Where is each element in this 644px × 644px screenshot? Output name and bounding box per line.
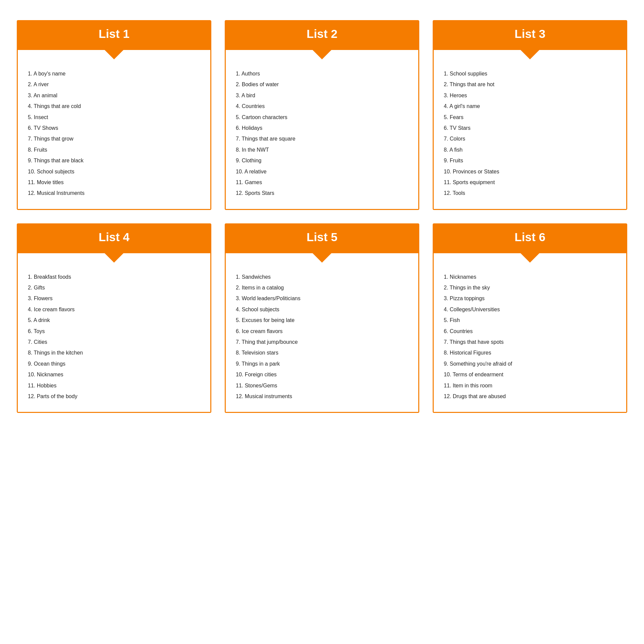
list-item: 8. In the NWT xyxy=(236,145,408,155)
list-item: 3. World leaders/Politicians xyxy=(236,293,408,304)
list-header-3: List 3 xyxy=(434,21,626,50)
list-item: 7. Things that are square xyxy=(236,133,408,144)
list-item: 7. Things that have spots xyxy=(444,337,616,347)
list-item: 11. Stones/Gems xyxy=(236,380,408,391)
list-item: 7. Things that grow xyxy=(28,133,200,144)
list-item: 7. Colors xyxy=(444,133,616,144)
list-item: 12. Tools xyxy=(444,188,616,199)
list-item: 11. Sports equipment xyxy=(444,177,616,188)
list-item: 9. Ocean things xyxy=(28,359,200,369)
list-item: 5. Cartoon characters xyxy=(236,112,408,123)
list-body-4: 1. Breakfast foods2. Gifts3. Flowers4. I… xyxy=(18,253,210,412)
list-item: 4. Colleges/Universities xyxy=(444,304,616,315)
list-item: 8. Historical Figures xyxy=(444,347,616,358)
list-item: 5. Fish xyxy=(444,315,616,326)
list-items-6: 1. Nicknames2. Things in the sky3. Pizza… xyxy=(444,272,616,402)
list-item: 11. Movie titles xyxy=(28,177,200,188)
list-item: 1. School supplies xyxy=(444,68,616,79)
list-item: 9. Something you're afraid of xyxy=(444,359,616,369)
list-item: 4. Countries xyxy=(236,101,408,112)
list-header-6: List 6 xyxy=(434,224,626,253)
list-item: 6. Holidays xyxy=(236,123,408,133)
list-item: 6. Toys xyxy=(28,326,200,337)
list-item: 3. Heroes xyxy=(444,90,616,101)
list-item: 12. Sports Stars xyxy=(236,188,408,199)
list-header-4: List 4 xyxy=(18,224,210,253)
list-title-5: List 5 xyxy=(229,230,415,244)
list-title-2: List 2 xyxy=(229,27,415,41)
list-item: 8. A fish xyxy=(444,145,616,155)
list-body-2: 1. Authors2. Bodies of water3. A bird4. … xyxy=(226,50,418,209)
list-item: 2. Things in the sky xyxy=(444,282,616,293)
list-item: 11. Games xyxy=(236,177,408,188)
list-item: 7. Cities xyxy=(28,337,200,347)
list-items-2: 1. Authors2. Bodies of water3. A bird4. … xyxy=(236,68,408,199)
list-title-3: List 3 xyxy=(437,27,623,41)
list-header-5: List 5 xyxy=(226,224,418,253)
list-item: 10. Provinces or States xyxy=(444,166,616,177)
list-item: 1. Sandwiches xyxy=(236,272,408,282)
list-item: 6. Countries xyxy=(444,326,616,337)
list-item: 2. Bodies of water xyxy=(236,79,408,90)
list-card-2: List 21. Authors2. Bodies of water3. A b… xyxy=(225,20,419,210)
list-item: 2. A river xyxy=(28,79,200,90)
list-item: 7. Thing that jump/bounce xyxy=(236,337,408,347)
list-item: 5. Fears xyxy=(444,112,616,123)
list-body-5: 1. Sandwiches2. Items in a catalog3. Wor… xyxy=(226,253,418,412)
list-item: 4. A girl's name xyxy=(444,101,616,112)
list-card-5: List 51. Sandwiches2. Items in a catalog… xyxy=(225,223,419,413)
list-body-1: 1. A boy's name2. A river3. An animal4. … xyxy=(18,50,210,209)
list-item: 5. A drink xyxy=(28,315,200,326)
list-item: 8. Television stars xyxy=(236,347,408,358)
list-item: 2. Things that are hot xyxy=(444,79,616,90)
list-item: 6. Ice cream flavors xyxy=(236,326,408,337)
list-items-4: 1. Breakfast foods2. Gifts3. Flowers4. I… xyxy=(28,272,200,402)
list-item: 6. TV Shows xyxy=(28,123,200,133)
list-card-1: List 11. A boy's name2. A river3. An ani… xyxy=(17,20,211,210)
list-title-6: List 6 xyxy=(437,230,623,244)
list-card-4: List 41. Breakfast foods2. Gifts3. Flowe… xyxy=(17,223,211,413)
list-item: 9. Things that are black xyxy=(28,155,200,166)
list-item: 8. Things in the kitchen xyxy=(28,347,200,358)
list-item: 1. Nicknames xyxy=(444,272,616,282)
list-item: 4. Things that are cold xyxy=(28,101,200,112)
list-item: 10. Terms of endearment xyxy=(444,369,616,380)
lists-grid: List 11. A boy's name2. A river3. An ani… xyxy=(17,20,627,413)
list-item: 1. Authors xyxy=(236,68,408,79)
list-item: 5. Insect xyxy=(28,112,200,123)
list-item: 4. School subjects xyxy=(236,304,408,315)
list-item: 9. Clothing xyxy=(236,155,408,166)
list-item: 6. TV Stars xyxy=(444,123,616,133)
list-item: 1. A boy's name xyxy=(28,68,200,79)
list-item: 12. Musical Instruments xyxy=(28,188,200,199)
list-title-4: List 4 xyxy=(21,230,207,244)
list-item: 10. Foreign cities xyxy=(236,369,408,380)
list-item: 12. Drugs that are abused xyxy=(444,391,616,402)
list-item: 4. Ice cream flavors xyxy=(28,304,200,315)
list-item: 12. Parts of the body xyxy=(28,391,200,402)
list-item: 2. Items in a catalog xyxy=(236,282,408,293)
list-item: 10. School subjects xyxy=(28,166,200,177)
list-header-2: List 2 xyxy=(226,21,418,50)
list-items-3: 1. School supplies2. Things that are hot… xyxy=(444,68,616,199)
list-item: 5. Excuses for being late xyxy=(236,315,408,326)
list-item: 3. An animal xyxy=(28,90,200,101)
list-item: 10. A relative xyxy=(236,166,408,177)
list-item: 2. Gifts xyxy=(28,282,200,293)
list-item: 11. Hobbies xyxy=(28,380,200,391)
list-body-3: 1. School supplies2. Things that are hot… xyxy=(434,50,626,209)
list-body-6: 1. Nicknames2. Things in the sky3. Pizza… xyxy=(434,253,626,412)
list-header-1: List 1 xyxy=(18,21,210,50)
list-item: 3. A bird xyxy=(236,90,408,101)
list-item: 3. Flowers xyxy=(28,293,200,304)
list-item: 9. Fruits xyxy=(444,155,616,166)
list-item: 8. Fruits xyxy=(28,145,200,155)
list-item: 3. Pizza toppings xyxy=(444,293,616,304)
list-title-1: List 1 xyxy=(21,27,207,41)
list-items-1: 1. A boy's name2. A river3. An animal4. … xyxy=(28,68,200,199)
list-item: 11. Item in this room xyxy=(444,380,616,391)
list-card-6: List 61. Nicknames2. Things in the sky3.… xyxy=(433,223,627,413)
list-card-3: List 31. School supplies2. Things that a… xyxy=(433,20,627,210)
list-item: 10. Nicknames xyxy=(28,369,200,380)
list-item: 12. Musical instruments xyxy=(236,391,408,402)
